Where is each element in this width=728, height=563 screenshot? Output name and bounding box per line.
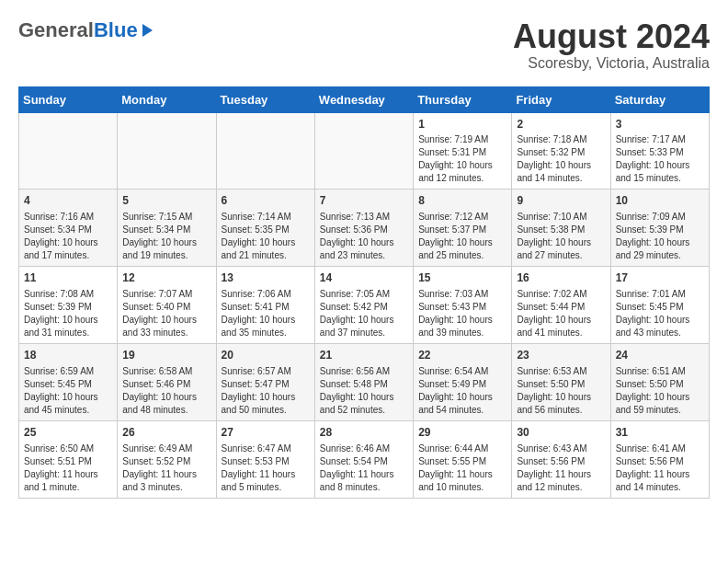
calendar-cell — [19, 112, 118, 190]
calendar-cell: 18Sunrise: 6:59 AMSunset: 5:45 PMDayligh… — [19, 343, 118, 420]
calendar-cell: 28Sunrise: 6:46 AMSunset: 5:54 PMDayligh… — [314, 420, 413, 498]
day-number: 6 — [222, 193, 310, 209]
weekday-header-tuesday: Tuesday — [216, 86, 314, 112]
calendar-cell: 25Sunrise: 6:50 AMSunset: 5:51 PMDayligh… — [19, 420, 118, 498]
calendar-cell: 10Sunrise: 7:09 AMSunset: 5:39 PMDayligh… — [610, 190, 709, 267]
calendar-cell: 17Sunrise: 7:01 AMSunset: 5:45 PMDayligh… — [610, 267, 709, 344]
calendar-cell: 8Sunrise: 7:12 AMSunset: 5:37 PMDaylight… — [414, 190, 512, 267]
calendar-cell — [118, 112, 216, 190]
calendar-cell: 26Sunrise: 6:49 AMSunset: 5:52 PMDayligh… — [118, 420, 216, 498]
day-number: 12 — [122, 270, 210, 286]
weekday-header-monday: Monday — [118, 86, 216, 112]
weekday-header-thursday: Thursday — [414, 86, 512, 112]
calendar-cell: 19Sunrise: 6:58 AMSunset: 5:46 PMDayligh… — [118, 343, 216, 420]
day-number: 15 — [418, 270, 506, 286]
day-number: 25 — [24, 425, 112, 441]
calendar-cell: 3Sunrise: 7:17 AMSunset: 5:33 PMDaylight… — [610, 112, 709, 190]
calendar-cell: 7Sunrise: 7:13 AMSunset: 5:36 PMDaylight… — [314, 190, 413, 267]
day-number: 11 — [24, 270, 112, 286]
weekday-header-sunday: Sunday — [19, 86, 118, 112]
calendar-week-row: 4Sunrise: 7:16 AMSunset: 5:34 PMDaylight… — [19, 190, 710, 267]
day-number: 10 — [616, 193, 704, 209]
calendar-cell: 1Sunrise: 7:19 AMSunset: 5:31 PMDaylight… — [414, 112, 512, 190]
day-number: 23 — [517, 348, 605, 363]
weekday-header-row: SundayMondayTuesdayWednesdayThursdayFrid… — [19, 86, 710, 112]
calendar-cell: 27Sunrise: 6:47 AMSunset: 5:53 PMDayligh… — [216, 420, 314, 498]
day-number: 2 — [517, 117, 605, 132]
page-container: GeneralBlue August 2024 Scoresby, Victor… — [18, 18, 710, 499]
logo: GeneralBlue — [18, 18, 153, 42]
calendar-week-row: 1Sunrise: 7:19 AMSunset: 5:31 PMDaylight… — [19, 112, 710, 190]
day-number: 22 — [418, 348, 506, 363]
calendar-cell: 20Sunrise: 6:57 AMSunset: 5:47 PMDayligh… — [216, 343, 314, 420]
day-number: 16 — [517, 270, 605, 286]
day-number: 7 — [320, 193, 408, 209]
logo-arrow-icon — [142, 24, 153, 37]
calendar-cell: 21Sunrise: 6:56 AMSunset: 5:48 PMDayligh… — [314, 343, 413, 420]
weekday-header-saturday: Saturday — [610, 86, 709, 112]
logo-text: GeneralBlue — [18, 18, 138, 42]
calendar-cell: 16Sunrise: 7:02 AMSunset: 5:44 PMDayligh… — [512, 267, 610, 344]
day-number: 29 — [418, 425, 506, 441]
day-number: 5 — [122, 193, 210, 209]
day-number: 8 — [418, 193, 506, 209]
weekday-header-wednesday: Wednesday — [314, 86, 413, 112]
calendar-cell: 22Sunrise: 6:54 AMSunset: 5:49 PMDayligh… — [414, 343, 512, 420]
calendar-cell: 11Sunrise: 7:08 AMSunset: 5:39 PMDayligh… — [19, 267, 118, 344]
calendar-cell: 13Sunrise: 7:06 AMSunset: 5:41 PMDayligh… — [216, 267, 314, 344]
calendar-cell: 5Sunrise: 7:15 AMSunset: 5:34 PMDaylight… — [118, 190, 216, 267]
day-number: 13 — [222, 270, 310, 286]
day-number: 21 — [320, 348, 408, 363]
day-number: 3 — [616, 117, 704, 132]
title-section: August 2024 Scoresby, Victoria, Australi… — [513, 18, 710, 72]
calendar-cell — [216, 112, 314, 190]
day-number: 19 — [122, 348, 210, 363]
calendar-week-row: 11Sunrise: 7:08 AMSunset: 5:39 PMDayligh… — [19, 267, 710, 344]
day-number: 24 — [616, 348, 704, 363]
header: GeneralBlue August 2024 Scoresby, Victor… — [18, 18, 710, 72]
calendar-cell: 29Sunrise: 6:44 AMSunset: 5:55 PMDayligh… — [414, 420, 512, 498]
day-number: 28 — [320, 425, 408, 441]
calendar-cell: 12Sunrise: 7:07 AMSunset: 5:40 PMDayligh… — [118, 267, 216, 344]
calendar-table: SundayMondayTuesdayWednesdayThursdayFrid… — [18, 86, 710, 499]
calendar-cell: 14Sunrise: 7:05 AMSunset: 5:42 PMDayligh… — [314, 267, 413, 344]
day-number: 4 — [24, 193, 112, 209]
weekday-header-friday: Friday — [512, 86, 610, 112]
calendar-week-row: 18Sunrise: 6:59 AMSunset: 5:45 PMDayligh… — [19, 343, 710, 420]
calendar-cell: 24Sunrise: 6:51 AMSunset: 5:50 PMDayligh… — [610, 343, 709, 420]
calendar-week-row: 25Sunrise: 6:50 AMSunset: 5:51 PMDayligh… — [19, 420, 710, 498]
day-number: 17 — [616, 270, 704, 286]
calendar-cell: 6Sunrise: 7:14 AMSunset: 5:35 PMDaylight… — [216, 190, 314, 267]
calendar-cell — [314, 112, 413, 190]
day-number: 9 — [517, 193, 605, 209]
calendar-cell: 30Sunrise: 6:43 AMSunset: 5:56 PMDayligh… — [512, 420, 610, 498]
month-year-title: August 2024 — [513, 18, 710, 55]
day-number: 18 — [24, 348, 112, 363]
day-number: 31 — [616, 425, 704, 441]
calendar-cell: 9Sunrise: 7:10 AMSunset: 5:38 PMDaylight… — [512, 190, 610, 267]
day-number: 14 — [320, 270, 408, 286]
day-number: 20 — [222, 348, 310, 363]
calendar-cell: 4Sunrise: 7:16 AMSunset: 5:34 PMDaylight… — [19, 190, 118, 267]
day-number: 27 — [222, 425, 310, 441]
day-number: 26 — [122, 425, 210, 441]
location-subtitle: Scoresby, Victoria, Australia — [513, 55, 710, 72]
day-number: 30 — [517, 425, 605, 441]
calendar-cell: 31Sunrise: 6:41 AMSunset: 5:56 PMDayligh… — [610, 420, 709, 498]
calendar-cell: 23Sunrise: 6:53 AMSunset: 5:50 PMDayligh… — [512, 343, 610, 420]
calendar-cell: 2Sunrise: 7:18 AMSunset: 5:32 PMDaylight… — [512, 112, 610, 190]
day-number: 1 — [418, 117, 506, 132]
calendar-cell: 15Sunrise: 7:03 AMSunset: 5:43 PMDayligh… — [414, 267, 512, 344]
